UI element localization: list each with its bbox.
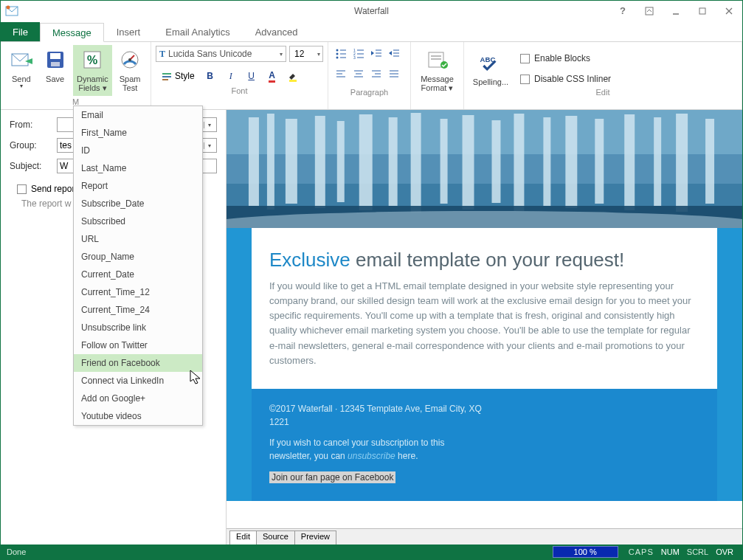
window-title: Waterfall [354,6,389,16]
enable-blocks-checkbox[interactable]: Enable Blocks [520,51,611,66]
maximize-button[interactable] [689,1,716,21]
dynamic-field-item[interactable]: Subscribe_Date [74,195,202,212]
help-button[interactable]: ? [609,1,636,21]
dynamic-field-item[interactable]: Youtube videos [74,407,202,425]
dynamic-fields-menu[interactable]: EmailFirst_NameIDLast_NameReportSubscrib… [73,106,203,426]
msgformat-label1: Message [421,75,454,83]
svg-rect-64 [286,119,297,204]
view-tab-edit[interactable]: Edit [229,530,257,545]
dynamic-field-item[interactable]: Last_Name [74,159,202,177]
dynamic-field-item[interactable]: URL [74,230,202,248]
app-icon [5,4,18,18]
svg-rect-66 [337,121,345,202]
num-indicator: NUM [661,547,680,556]
svg-rect-69 [411,113,421,212]
minimize-button[interactable] [663,1,689,21]
svg-rect-73 [514,114,524,211]
group-format-spacer [415,96,459,109]
align-center-button[interactable] [350,66,367,82]
spam-label: Spam [120,75,141,83]
view-tab-source[interactable]: Source [256,530,295,545]
send-report-label: Send report [31,184,77,194]
svg-rect-17 [162,73,171,75]
outdent-button[interactable] [368,45,384,61]
caps-indicator: CAPS [629,547,654,556]
justify-button[interactable] [386,66,402,82]
dynamic-field-item[interactable]: ID [74,142,202,159]
close-button[interactable] [716,1,742,21]
dynamic-field-item[interactable]: Follow on Twitter [74,336,202,354]
email-content[interactable]: Exclusive email template on your request… [252,228,717,389]
dynamic-field-item[interactable]: Current_Time_24 [74,301,202,319]
svg-rect-65 [315,116,325,208]
bold-button[interactable]: B [202,68,218,84]
svg-rect-55 [431,55,441,57]
dynamic-field-item[interactable]: Report [74,177,202,195]
dynamic-field-item[interactable]: Current_Time_12 [74,283,202,301]
align-left-button[interactable] [333,66,349,82]
highlight-button[interactable] [285,68,301,84]
ribbon-collapse-button[interactable] [636,1,663,21]
svg-rect-78 [654,117,661,206]
dynamic-field-item[interactable]: First_Name [74,124,202,142]
tab-analytics[interactable]: Email Analytics [153,22,242,41]
style-label-text: Style [175,71,195,81]
svg-text:3: 3 [353,55,356,59]
svg-rect-63 [267,114,274,210]
font-color-button[interactable]: A [264,68,280,84]
indent-button[interactable] [386,45,402,61]
underline-button[interactable]: U [243,68,260,84]
dynamic-field-item[interactable]: Connect via LinkedIn [74,372,202,390]
dynamic-field-item[interactable]: Unsubscribe link [74,319,202,336]
font-size-select[interactable]: 12 ▾ [289,46,323,62]
subject-label: Subject: [10,161,51,171]
style-picker[interactable]: Style [156,71,198,81]
font-size: 12 [294,49,304,59]
font-family-select[interactable]: T Lucida Sans Unicode ▾ [156,46,286,62]
svg-rect-76 [595,119,604,204]
view-tab-preview[interactable]: Preview [294,530,336,545]
save-button[interactable]: Save [39,45,72,96]
svg-rect-2 [646,7,653,15]
dynamic-field-item[interactable]: Subscribed [74,212,202,230]
dynamic-fields-button[interactable]: % Dynamic Fields ▾ [73,45,113,96]
spam-test-button[interactable]: Spam Test [114,45,146,96]
italic-button[interactable]: I [223,68,239,84]
save-label: Save [46,75,64,83]
unsubscribe-link[interactable]: unsubscribe [348,451,395,461]
tab-advanced[interactable]: Advanced [243,22,311,41]
svg-rect-70 [440,119,448,204]
file-tab[interactable]: File [1,22,40,41]
dynamic-field-item[interactable]: Friend on Facebook [74,354,202,372]
email-footer: ©2017 Waterfall · 12345 Template Ave, Em… [252,389,717,501]
align-right-button[interactable] [368,66,384,82]
send-button[interactable]: Send ▾ [5,45,38,96]
facebook-fanpage-link[interactable]: Join our fan page on Facebook [269,471,395,483]
svg-rect-80 [705,119,714,204]
footer-unsubscribe: If you wish to cancel your subscription … [269,436,483,463]
svg-rect-21 [289,80,297,82]
svg-rect-71 [463,115,474,210]
tab-message[interactable]: Message [40,23,104,42]
dynamic-field-item[interactable]: Current_Date [74,266,202,283]
dynamic-field-item[interactable]: Group_Name [74,248,202,266]
spelling-button[interactable]: ABC Spelling... [469,48,513,86]
svg-rect-10 [50,53,61,59]
bullets-button[interactable] [333,45,349,61]
msgformat-label2: Format ▾ [421,83,454,92]
email-heading: Exclusive email template on your request… [269,249,699,272]
message-format-icon [426,48,449,72]
tab-insert[interactable]: Insert [104,22,153,41]
message-format-button[interactable]: Message Format ▾ [415,45,459,96]
zoom-indicator[interactable]: 100 % [553,546,618,558]
send-icon [10,48,33,72]
disable-css-checkbox[interactable]: Disable CSS Inliner [520,72,611,86]
svg-rect-68 [389,117,398,206]
ovr-indicator: OVR [716,547,733,556]
dynamic-field-item[interactable]: Email [74,106,202,124]
dynamic-field-item[interactable]: Add on Google+ [74,390,202,407]
numbering-button[interactable]: 123 [350,45,367,61]
scrl-indicator: SCRL [687,547,708,556]
svg-rect-77 [624,114,635,210]
font-name: Lucida Sans Unicode [168,49,252,59]
